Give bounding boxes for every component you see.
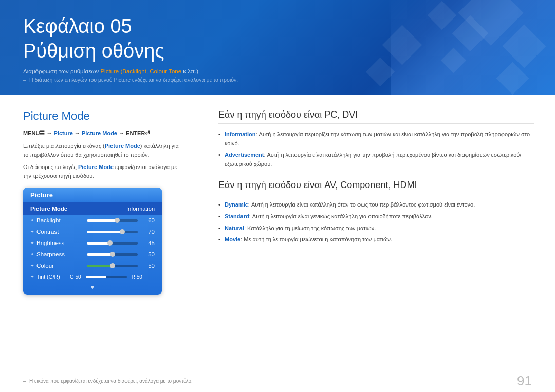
- menu-row-colour: ✦ Colour 50: [23, 260, 162, 271]
- main-content: Picture Mode MENU☰ → Picture → Picture M…: [0, 95, 555, 369]
- picture-menu-header: Picture: [23, 188, 162, 202]
- backlight-label: Backlight: [36, 217, 83, 223]
- sharpness-label: Sharpness: [36, 251, 83, 257]
- brightness-bar: [83, 242, 142, 245]
- section-pc-dvi-title: Εάν η πηγή εισόδου είναι PC, DVI: [218, 109, 534, 124]
- menu-row-sharpness: ✦ Sharpness 50: [23, 249, 162, 260]
- section-pc-dvi: Εάν η πηγή εισόδου είναι PC, DVI Informa…: [218, 109, 534, 169]
- section-title-picture-mode: Picture Mode: [23, 109, 185, 123]
- description-text-1: Επιλέξτε μια λειτουργία εικόνας (Picture…: [23, 142, 185, 159]
- picture-mode-label: Picture Mode: [30, 206, 126, 212]
- list-item-movie: Movie: Με αυτή τη λειτουργία μειώνεται η…: [218, 235, 534, 245]
- list-item: Advertisement: Αυτή η λειτουργία είναι κ…: [218, 151, 534, 169]
- decorative-diamond: [441, 48, 466, 73]
- backlight-bar: [83, 219, 142, 222]
- footer: Η εικόνα που εμφανίζεται ενδέχεται να δι…: [0, 369, 555, 392]
- contrast-bar: [83, 231, 142, 233]
- list-item-dynamic: Dynamic: Αυτή η λειτουργία είναι κατάλλη…: [218, 200, 534, 210]
- header-note: Η διάταξη των επιλογών του μενού Picture…: [23, 77, 532, 83]
- picture-menu-ui: Picture Picture Mode Information ✦ Backl…: [23, 188, 162, 295]
- colour-bar: [83, 265, 142, 267]
- section-av-hdmi: Εάν η πηγή εισόδου είναι AV, Component, …: [218, 180, 534, 244]
- header-banner: Κεφάλαιο 05 Ρύθμιση οθόνης Διαμόρφωση τω…: [0, 0, 555, 95]
- colour-label: Colour: [36, 263, 83, 269]
- picture-mode-value: Information: [126, 206, 155, 212]
- contrast-value: 70: [142, 229, 155, 235]
- menu-row-contrast: ✦ Contrast 70: [23, 226, 162, 237]
- scroll-arrow-down: ▼: [23, 283, 162, 292]
- menu-row-tint: ✦ Tint (G/R) G 50 R 50: [23, 271, 162, 283]
- section-av-hdmi-list: Dynamic: Αυτή η λειτουργία είναι κατάλλη…: [218, 200, 534, 244]
- footer-note: Η εικόνα που εμφανίζεται ενδέχεται να δι…: [23, 378, 193, 384]
- list-item-standard: Standard: Αυτή η λειτουργία είναι γενικώ…: [218, 212, 534, 221]
- tint-label: Tint (G/R): [36, 274, 70, 280]
- description-text-2: Οι διάφορες επιλογές Picture Mode εμφανί…: [23, 163, 185, 180]
- tint-bar: [86, 276, 127, 278]
- section-pc-dvi-list: Information: Αυτή η λειτουργία περιορίζε…: [218, 130, 534, 169]
- section-av-hdmi-title: Εάν η πηγή εισόδου είναι AV, Component, …: [218, 180, 534, 194]
- decorative-diamond: [503, 25, 546, 68]
- colour-value: 50: [142, 263, 155, 269]
- list-item-natural: Natural: Κατάλληλο για τη μείωση της κόπ…: [218, 224, 534, 233]
- backlight-value: 60: [142, 217, 155, 223]
- sharpness-bar: [83, 253, 142, 256]
- left-column: Picture Mode MENU☰ → Picture → Picture M…: [0, 95, 200, 369]
- menu-instruction: MENU☰ → Picture → Picture Mode → ENTER⏎: [23, 130, 185, 137]
- decorative-diamond: [428, 1, 457, 30]
- tint-r-value: R 50: [132, 274, 142, 280]
- list-item: Information: Αυτή η λειτουργία περιορίζε…: [218, 130, 534, 148]
- tint-g-value: G 50: [70, 274, 81, 280]
- contrast-label: Contrast: [36, 229, 83, 235]
- menu-row-backlight: ✦ Backlight 60: [23, 215, 162, 226]
- page-number: 91: [517, 373, 532, 389]
- brightness-label: Brightness: [36, 240, 83, 246]
- picture-mode-row: Picture Mode Information: [23, 202, 162, 215]
- sharpness-value: 50: [142, 251, 155, 257]
- brightness-value: 45: [142, 240, 155, 246]
- menu-row-brightness: ✦ Brightness 45: [23, 237, 162, 249]
- right-column: Εάν η πηγή εισόδου είναι PC, DVI Informa…: [200, 95, 555, 369]
